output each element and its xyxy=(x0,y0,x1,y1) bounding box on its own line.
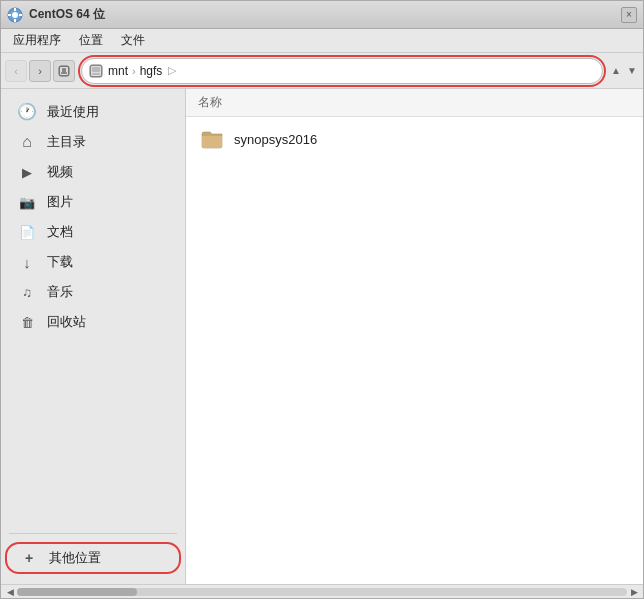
sidebar-label-video: 视频 xyxy=(47,163,73,181)
sidebar-label-downloads: 下载 xyxy=(47,253,73,271)
document-icon: 📄 xyxy=(17,225,37,240)
window-title: CentOS 64 位 xyxy=(29,6,615,23)
file-name-synopsys2016: synopsys2016 xyxy=(234,132,317,147)
file-item-synopsys2016[interactable]: synopsys2016 xyxy=(194,125,635,153)
menu-applications[interactable]: 应用程序 xyxy=(5,30,69,51)
camera-icon: 📷 xyxy=(17,195,37,210)
sidebar-item-pictures[interactable]: 📷 图片 xyxy=(5,188,181,216)
sidebar-item-documents[interactable]: 📄 文档 xyxy=(5,218,181,246)
svg-rect-8 xyxy=(62,68,66,72)
breadcrumb-sep: › xyxy=(132,65,136,77)
download-icon: ↓ xyxy=(17,254,37,271)
breadcrumb-bar: mnt › hgfs ▷ xyxy=(81,58,603,84)
file-area: 名称 synopsys2016 xyxy=(186,89,643,584)
sidebar-item-downloads[interactable]: ↓ 下载 xyxy=(5,248,181,276)
music-icon: ♫ xyxy=(17,285,37,300)
svg-rect-2 xyxy=(14,8,16,11)
menu-files[interactable]: 文件 xyxy=(113,30,153,51)
scroll-up-button[interactable]: ▲ xyxy=(609,58,623,84)
svg-rect-12 xyxy=(92,67,100,72)
breadcrumb-mnt[interactable]: mnt xyxy=(108,64,128,78)
svg-rect-4 xyxy=(8,14,11,16)
sidebar-item-home[interactable]: ⌂ 主目录 xyxy=(5,128,181,156)
sidebar-divider xyxy=(9,533,177,534)
menu-places[interactable]: 位置 xyxy=(71,30,111,51)
back-button[interactable]: ‹ xyxy=(5,60,27,82)
name-column-header: 名称 xyxy=(198,94,222,111)
scroll-right-button[interactable]: ▶ xyxy=(627,585,641,599)
sidebar-item-trash[interactable]: 🗑 回收站 xyxy=(5,308,181,336)
window-icon xyxy=(7,7,23,23)
sidebar-item-video[interactable]: ▶ 视频 xyxy=(5,158,181,186)
sidebar: 🕐 最近使用 ⌂ 主目录 ▶ 视频 📷 图片 📄 文档 ↓ 下载 xyxy=(1,89,186,584)
close-button[interactable]: × xyxy=(621,7,637,23)
horizontal-scrollbar: ◀ ▶ xyxy=(1,584,643,598)
file-list-header: 名称 xyxy=(186,89,643,117)
file-list: synopsys2016 xyxy=(186,117,643,584)
breadcrumb-root-icon xyxy=(88,63,104,79)
menubar: 应用程序 位置 文件 xyxy=(1,29,643,53)
sidebar-item-music[interactable]: ♫ 音乐 xyxy=(5,278,181,306)
scroll-down-button[interactable]: ▼ xyxy=(625,58,639,84)
main-area: 🕐 最近使用 ⌂ 主目录 ▶ 视频 📷 图片 📄 文档 ↓ 下载 xyxy=(1,89,643,584)
svg-point-1 xyxy=(12,12,18,18)
home-icon: ⌂ xyxy=(17,133,37,151)
sidebar-label-trash: 回收站 xyxy=(47,313,86,331)
breadcrumb-chevron[interactable]: ▷ xyxy=(168,64,176,77)
toolbar: ‹ › mnt › hgfs ▷ ▲ xyxy=(1,53,643,89)
forward-button[interactable]: › xyxy=(29,60,51,82)
svg-rect-3 xyxy=(14,19,16,22)
scrollbar-thumb[interactable] xyxy=(17,588,137,596)
up-button[interactable] xyxy=(53,60,75,82)
clock-icon: 🕐 xyxy=(17,102,37,121)
sidebar-label-music: 音乐 xyxy=(47,283,73,301)
folder-icon xyxy=(200,129,224,149)
scrollbar-track[interactable] xyxy=(17,588,627,596)
sidebar-item-recent[interactable]: 🕐 最近使用 xyxy=(5,97,181,126)
window: CentOS 64 位 × 应用程序 位置 文件 ‹ › xyxy=(0,0,644,599)
sidebar-label-recent: 最近使用 xyxy=(47,103,99,121)
sidebar-label-pictures: 图片 xyxy=(47,193,73,211)
sidebar-label-other-locations: 其他位置 xyxy=(49,549,101,567)
sidebar-label-home: 主目录 xyxy=(47,133,86,151)
plus-icon: + xyxy=(19,550,39,566)
svg-rect-9 xyxy=(61,72,67,74)
video-icon: ▶ xyxy=(17,165,37,180)
svg-rect-5 xyxy=(19,14,22,16)
sidebar-label-documents: 文档 xyxy=(47,223,73,241)
sidebar-item-other-locations[interactable]: + 其他位置 xyxy=(5,542,181,574)
trash-icon: 🗑 xyxy=(17,315,37,330)
svg-rect-13 xyxy=(92,73,100,75)
breadcrumb-hgfs[interactable]: hgfs xyxy=(140,64,163,78)
titlebar: CentOS 64 位 × xyxy=(1,1,643,29)
scroll-left-button[interactable]: ◀ xyxy=(3,585,17,599)
